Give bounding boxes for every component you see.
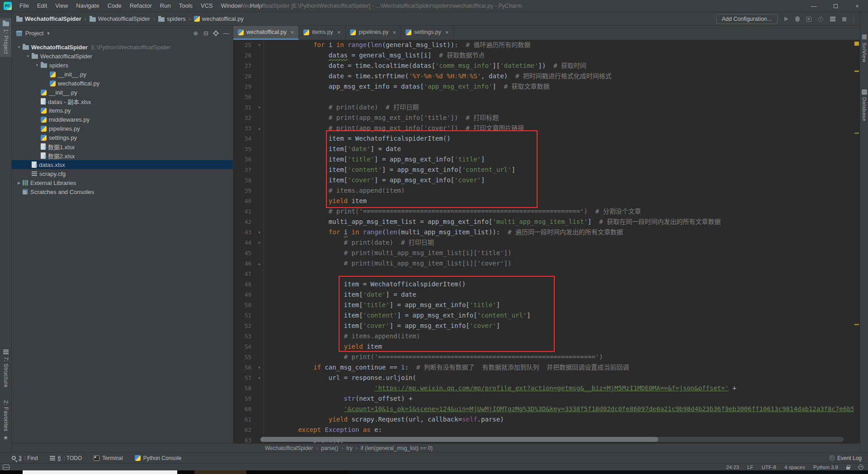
code-line[interactable]: for i in range(len(general_msg_list)): #… [264, 40, 530, 50]
line-number[interactable]: 62 [233, 425, 255, 435]
sidebar-tab-project[interactable]: 1: Project [0, 18, 11, 57]
code-line[interactable]: # print(app_msg_ext_info['title']) # 打印标… [264, 113, 499, 123]
line-number[interactable]: 40 [233, 196, 255, 206]
menu-file[interactable]: File [15, 2, 33, 9]
sidebar-tab-sciview[interactable]: ▦ SciView [860, 30, 868, 65]
warning-mark[interactable] [854, 133, 859, 134]
hide-panel-icon[interactable]: — [223, 30, 229, 37]
stop-icon[interactable] [842, 17, 846, 21]
fold-marker-icon[interactable]: ▾ [255, 362, 264, 373]
line-number[interactable]: 58 [233, 383, 255, 393]
fold-marker-icon[interactable]: ▾ [255, 227, 264, 237]
close-icon[interactable]: × [392, 29, 396, 36]
line-number[interactable]: 49 [233, 289, 255, 300]
tree-item-init-py[interactable]: __init__.py [12, 88, 233, 97]
code-line[interactable]: multi_app_msg_item_list = app_msg_ext_in… [264, 217, 721, 227]
tree-item-spiders[interactable]: ▼spiders [12, 61, 233, 70]
fold-marker-icon[interactable]: ▴ [255, 123, 264, 133]
sidebar-tab-favorites[interactable]: 2: Favorites ★ [0, 398, 11, 444]
tree-expand-icon[interactable]: ▼ [33, 63, 41, 67]
tree-item-wechatofficalspider[interactable]: ▼WechatofficalSpider [12, 52, 233, 61]
hector-inspection-icon[interactable] [858, 465, 863, 470]
tree-item-datas-xlsx[interactable]: datas.xlsx [12, 160, 233, 169]
breadcrumb-wechatofficalspider[interactable]: WechatofficalSpider [90, 15, 150, 22]
menu-run[interactable]: Run [156, 2, 175, 9]
tree-item-middlewares-py[interactable]: middlewares.py [12, 115, 233, 124]
line-number[interactable]: 31 [233, 102, 255, 113]
add-configuration-button[interactable]: Add Configuration... [716, 14, 778, 24]
project-panel-title[interactable]: Project [25, 30, 43, 37]
tree-expand-icon[interactable]: ▼ [24, 54, 32, 58]
tree-item-pipelines-py[interactable]: pipelines.py [12, 124, 233, 133]
line-number[interactable]: 32 [233, 113, 255, 123]
fold-marker-icon[interactable]: ▾ [255, 373, 264, 383]
sidebar-tab-structure[interactable]: 7: Structure [0, 347, 11, 390]
status-caret-position[interactable]: 24:23 [726, 465, 739, 470]
file-breadcrumb-wechatofficalspider[interactable]: WechatofficalSpider [265, 445, 313, 451]
tree-item-init-py[interactable]: __init__.py [12, 70, 233, 79]
code-line[interactable]: # print('===============================… [264, 206, 641, 217]
tree-item-datas-xlsx[interactable]: datas - 副本.xlsx [12, 97, 233, 106]
line-number[interactable]: 52 [233, 321, 255, 331]
tree-expand-icon[interactable]: ▼ [15, 45, 23, 49]
close-button[interactable]: × [846, 0, 868, 12]
status-indent-setting[interactable]: 4 spaces [784, 465, 805, 470]
coverage-icon[interactable] [807, 17, 811, 22]
code-line[interactable]: app_msg_ext_info = datas['app_msg_ext_in… [264, 81, 549, 92]
code-line[interactable]: 'https://mp.weixin.qq.com/mp/profile_ext… [264, 383, 736, 393]
code-line[interactable]: # print(date) # 打印日期 [264, 102, 419, 113]
line-number[interactable]: 41 [233, 206, 255, 217]
code-line[interactable]: # items.append(item) [264, 331, 420, 341]
tool-button-terminal[interactable]: Terminal [94, 455, 123, 461]
code-line[interactable]: item['content'] = app_msg_ext_info['cont… [264, 310, 531, 321]
code-line[interactable]: item['date'] = date [264, 144, 401, 154]
tree-expand-icon[interactable]: ▶ [15, 181, 23, 185]
tree-item-wechatofficalspider[interactable]: ▼WechatofficalSpiderE:\Python\Wechatoffi… [12, 43, 233, 52]
fold-marker-icon[interactable]: ▾ [255, 40, 264, 50]
tree-item-scratches-and-consoles[interactable]: Scratches and Consoles [12, 187, 233, 196]
code-line[interactable]: item['cover'] = app_msg_ext_info['cover'… [264, 321, 500, 331]
line-number[interactable]: 37 [233, 165, 255, 175]
tab-items-py[interactable]: items.py× [299, 26, 345, 40]
warning-mark[interactable] [854, 324, 859, 325]
code-line[interactable] [264, 269, 268, 279]
code-line[interactable]: # print('===============================… [264, 352, 603, 362]
code-line[interactable]: datas = general_msg_list[i] # 获取数据节点 [264, 50, 485, 61]
tool-window-switcher-icon[interactable] [3, 465, 9, 470]
line-number[interactable]: 48 [233, 279, 255, 289]
close-icon[interactable]: × [337, 29, 341, 36]
code-line[interactable]: item['date'] = date [264, 289, 416, 300]
code-line[interactable]: # items.append(item) [264, 185, 405, 196]
menu-view[interactable]: View [51, 2, 72, 9]
line-number[interactable]: 33 [233, 123, 255, 133]
gear-icon[interactable] [214, 31, 218, 35]
code-line[interactable]: url = response.urljoin( [264, 373, 416, 383]
line-number[interactable]: 35 [233, 144, 255, 154]
sidebar-tab-database[interactable]: Database [860, 87, 868, 124]
code-line[interactable]: yield item [264, 341, 382, 352]
tab-pipelines-py[interactable]: pipelines.py× [345, 26, 401, 40]
horizontal-scrollbar[interactable] [260, 437, 844, 442]
code-line[interactable]: # print(multi_app_msg_item_list[i]['cove… [264, 258, 511, 269]
line-number[interactable]: 56 [233, 362, 255, 373]
menu-navigate[interactable]: Navigate [72, 2, 103, 9]
code-line[interactable]: yield scrapy.Request(url, callback=self.… [264, 414, 504, 425]
code-line[interactable]: item['title'] = app_msg_ext_info['title'… [264, 154, 485, 165]
code-line[interactable] [264, 92, 268, 102]
code-line[interactable]: '&count=10&is_ok=1&scene=124&uin=MjUwMjI… [264, 404, 854, 414]
code-line[interactable]: except Exception as e: [264, 425, 382, 435]
line-number[interactable]: 26 [233, 50, 255, 61]
file-breadcrumb-parse[interactable]: parse() [321, 445, 338, 451]
code-line[interactable]: # print(date) # 打印日期 [264, 237, 434, 248]
fold-marker-icon[interactable]: ▴ [255, 258, 264, 269]
line-number[interactable]: 53 [233, 331, 255, 341]
line-number[interactable]: 55 [233, 352, 255, 362]
line-number[interactable]: 42 [233, 217, 255, 227]
line-number[interactable]: 43 [233, 227, 255, 237]
code-line[interactable]: if can_msg_continue == 1: # 判断有没有数据了 有数据… [264, 362, 629, 373]
breadcrumb-wechatoffical-py[interactable]: wechatoffical.py [194, 15, 244, 22]
line-number[interactable]: 46 [233, 258, 255, 269]
close-icon[interactable]: × [291, 29, 294, 36]
menu-tools[interactable]: Tools [175, 2, 197, 9]
line-number[interactable]: 57 [233, 373, 255, 383]
